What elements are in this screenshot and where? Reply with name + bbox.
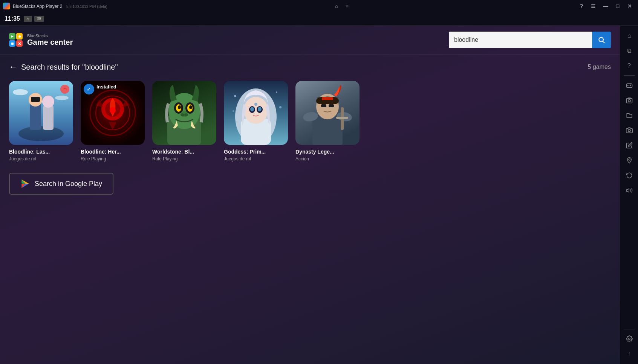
sidebar-volume-icon[interactable] — [623, 184, 636, 197]
minimize-btn[interactable]: — — [600, 2, 611, 10]
game-card-2[interactable]: ✓ Installed Bloodline: Her... Role Playi… — [81, 81, 145, 161]
svg-point-16 — [55, 96, 69, 100]
svg-rect-12 — [43, 105, 54, 130]
games-grid: Bloodline: Las... Juegos de rol — [9, 81, 611, 161]
game-image-2: ✓ Installed — [81, 81, 145, 145]
sidebar-settings-icon[interactable] — [623, 332, 636, 346]
window-controls[interactable]: ? ☰ — □ ✕ — [576, 2, 635, 10]
app-header: BlueStacks Game center — [0, 26, 620, 55]
back-arrow[interactable]: ← — [9, 62, 17, 72]
content-area: BlueStacks Game center ← — [0, 26, 620, 364]
game-genre-5: Acción — [295, 156, 360, 161]
svg-point-30 — [178, 105, 181, 109]
game-card-3[interactable]: Worldstone: Bl... Role Playing — [152, 81, 216, 161]
bluestacks-icon-grid — [9, 33, 23, 47]
sidebar-location-icon[interactable] — [623, 154, 636, 167]
sidebar-help-icon[interactable]: ? — [623, 59, 636, 73]
search-section[interactable] — [449, 32, 611, 48]
sidebar-multiwindow-icon[interactable]: ⧉ — [623, 44, 636, 58]
help-titlebar-btn[interactable]: ? — [576, 2, 587, 10]
game-name-3: Worldstone: Bl... — [152, 149, 216, 155]
results-section: ← Search results for "bloodline" 5 games — [0, 55, 620, 202]
svg-point-15 — [13, 89, 28, 95]
results-count: 5 games — [588, 64, 611, 70]
bs-icon-blue — [9, 40, 15, 47]
svg-point-46 — [276, 91, 277, 93]
svg-point-42 — [250, 107, 254, 111]
game-name-5: Dynasty Lege... — [295, 149, 360, 155]
svg-point-39 — [244, 97, 268, 124]
svg-point-48 — [279, 106, 282, 108]
results-prefix: Search results for — [21, 63, 82, 71]
svg-point-43 — [258, 107, 262, 111]
sidebar-folder-icon[interactable] — [623, 108, 636, 122]
bs-icon-yellow — [16, 33, 23, 40]
results-query: "bloodline" — [82, 63, 118, 71]
app-title: Game center — [27, 38, 73, 47]
search-input[interactable] — [449, 32, 592, 48]
sidebar-camera-icon[interactable] — [623, 123, 636, 137]
google-play-icon — [20, 179, 30, 189]
title-bar: BlueStacks App Player 2 5.8.100.1013 P64… — [0, 0, 638, 12]
app-title-group: BlueStacks Game center — [27, 34, 73, 47]
search-button[interactable] — [592, 32, 611, 48]
version-label: 5.8.100.1013 P64 (Beta) — [66, 5, 107, 9]
time-bar: 11:35 A ⌨ — [0, 12, 638, 26]
app-name-label: BlueStacks App Player 2 — [13, 4, 62, 9]
time-icons: A ⌨ — [24, 16, 44, 22]
icon-a: A — [24, 16, 32, 22]
svg-rect-11 — [31, 97, 40, 102]
svg-point-34 — [184, 113, 188, 116]
google-play-search-button[interactable]: Search in Google Play — [9, 173, 113, 195]
hamburger-titlebar-btn[interactable]: ☰ — [588, 2, 599, 10]
game-card-4[interactable]: Goddess: Prim... Juegos de rol — [224, 81, 288, 161]
svg-marker-0 — [11, 35, 14, 38]
title-bar-mid-controls[interactable]: ⌂ ≡ — [332, 2, 352, 11]
installed-label-2: Installed — [96, 84, 116, 90]
svg-point-31 — [189, 105, 192, 109]
svg-point-1 — [18, 35, 21, 38]
home-titlebar-icon[interactable]: ⌂ — [332, 2, 341, 11]
keyboard-icon: ⌨ — [34, 16, 44, 22]
game-art-3 — [152, 81, 216, 145]
svg-point-66 — [628, 129, 630, 132]
game-card-5[interactable]: Dynasty Lege... Acción — [295, 81, 360, 161]
svg-line-6 — [603, 41, 605, 43]
close-btn[interactable]: ✕ — [624, 2, 635, 10]
maximize-btn[interactable]: □ — [612, 2, 623, 10]
results-header: ← Search results for "bloodline" 5 games — [9, 62, 611, 72]
svg-rect-56 — [322, 97, 333, 100]
title-bar-left: BlueStacks App Player 2 5.8.100.1013 P64… — [3, 3, 107, 9]
sidebar-gamepad-icon[interactable] — [623, 78, 636, 92]
svg-point-69 — [628, 338, 630, 340]
results-header-left: ← Search results for "bloodline" — [9, 62, 118, 72]
game-image-1 — [9, 81, 73, 145]
time-display: 11:35 — [5, 15, 20, 22]
menu-titlebar-icon[interactable]: ≡ — [343, 2, 352, 11]
game-art-4 — [224, 81, 288, 145]
svg-rect-2 — [11, 43, 14, 45]
svg-point-47 — [233, 110, 234, 112]
svg-point-13 — [42, 96, 54, 108]
bs-icon-green — [9, 33, 15, 40]
bs-icon-red — [16, 40, 23, 47]
svg-point-45 — [234, 95, 236, 97]
bluestacks-logo — [3, 3, 10, 9]
svg-point-44 — [254, 103, 257, 106]
svg-point-33 — [181, 113, 184, 116]
game-art-1 — [9, 81, 73, 145]
game-card-1[interactable]: Bloodline: Las... Juegos de rol — [9, 81, 73, 161]
google-play-label: Search in Google Play — [35, 180, 102, 188]
right-sidebar: ⌂ ⧉ ? — [620, 26, 638, 364]
svg-point-8 — [18, 126, 64, 141]
game-genre-4: Juegos de rol — [224, 156, 288, 161]
sidebar-refresh-icon[interactable] — [623, 169, 636, 182]
svg-point-67 — [629, 159, 630, 160]
sidebar-divider-1 — [624, 75, 635, 76]
game-genre-3: Role Playing — [152, 156, 216, 161]
sidebar-home-icon[interactable]: ⌂ — [623, 29, 636, 43]
sidebar-edit-icon[interactable] — [623, 139, 636, 152]
sidebar-arrow-up-icon[interactable]: ↑ — [623, 347, 636, 361]
search-icon — [598, 36, 605, 44]
sidebar-screenshot-icon[interactable] — [623, 93, 636, 107]
